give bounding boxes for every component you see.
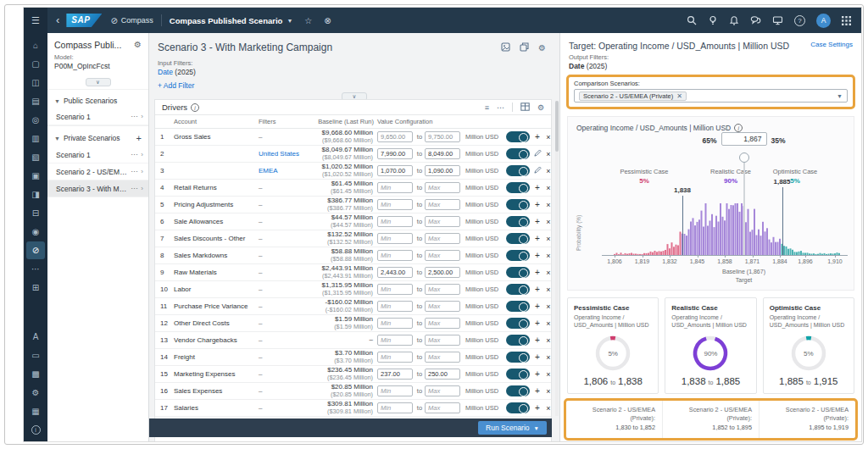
driver-enabled-toggle[interactable] (506, 216, 530, 227)
rail-item-applications-icon[interactable]: ◫ (26, 74, 45, 91)
driver-enabled-toggle[interactable] (506, 369, 530, 380)
remove-driver-icon[interactable]: × (543, 319, 552, 328)
driver-enabled-toggle[interactable] (506, 182, 530, 193)
scenario-list-item[interactable]: Scenario 3 - With Ma...⋯› (47, 180, 148, 197)
help-icon[interactable]: ? (794, 15, 805, 26)
driver-enabled-toggle[interactable] (506, 250, 530, 261)
driver-max-input[interactable] (425, 233, 460, 244)
remove-driver-icon[interactable]: × (543, 235, 552, 243)
rail-item-keyboard-icon[interactable]: ▦ (26, 402, 45, 420)
remove-driver-icon[interactable]: × (543, 167, 552, 175)
remove-driver-icon[interactable]: × (543, 387, 552, 396)
rail-item-analytics-icon[interactable]: ◨ (26, 186, 45, 203)
add-icon[interactable]: + (531, 200, 543, 209)
remove-driver-icon[interactable]: × (543, 336, 552, 345)
driver-min-input[interactable] (377, 352, 413, 363)
avatar[interactable]: A (816, 14, 831, 28)
driver-max-input[interactable] (425, 301, 460, 312)
chevron-down-icon[interactable]: ▼ (837, 93, 843, 99)
present-icon[interactable] (772, 15, 783, 25)
driver-max-input[interactable] (425, 216, 460, 227)
driver-min-input[interactable] (377, 233, 413, 244)
rail-item-stories-icon[interactable]: ▤ (26, 92, 45, 110)
remove-driver-icon[interactable]: × (543, 133, 552, 141)
remove-driver-icon[interactable]: × (543, 285, 552, 294)
driver-min-input[interactable] (377, 284, 413, 295)
driver-enabled-toggle[interactable] (506, 267, 530, 278)
driver-enabled-toggle[interactable] (506, 402, 530, 413)
driver-max-input[interactable] (425, 165, 460, 176)
driver-max-input[interactable] (425, 199, 460, 210)
rail-item-more-icon[interactable]: ⋯ (26, 260, 45, 278)
info-icon[interactable]: i (191, 103, 199, 112)
back-icon[interactable]: ‹ (47, 14, 66, 28)
open-document-title[interactable]: Compass Published Scenario (170, 16, 283, 25)
driver-min-input[interactable] (377, 199, 413, 210)
panel-settings-gear-icon[interactable]: ⚙ (134, 40, 142, 49)
rail-item-settings-icon[interactable]: ⚙ (26, 384, 45, 402)
info-icon[interactable]: i (734, 124, 743, 132)
rail-item-calendar-icon[interactable]: ⊞ (26, 279, 45, 297)
discussions-icon[interactable] (750, 15, 761, 25)
input-filter-date[interactable]: Date (2025) (149, 67, 559, 76)
target-value-input[interactable]: 1,867 (721, 132, 767, 146)
target-slider-handle[interactable] (739, 152, 749, 163)
add-icon[interactable]: + (531, 335, 543, 345)
driver-max-input[interactable] (425, 284, 460, 295)
hierarchy-icon[interactable]: ≡ (485, 103, 489, 112)
driver-max-input[interactable] (425, 148, 460, 159)
filter-name[interactable]: Date (158, 68, 173, 76)
overflow-icon[interactable]: ⋯ (497, 103, 504, 112)
remove-driver-icon[interactable]: × (543, 404, 552, 413)
driver-min-input[interactable] (377, 385, 413, 396)
driver-filter[interactable]: EMEA (259, 167, 304, 175)
overflow-icon[interactable]: ⋯ (131, 113, 137, 120)
remove-driver-icon[interactable]: × (543, 218, 552, 226)
rail-item-connections-icon[interactable]: ⊟ (26, 204, 45, 222)
rail-item-info-icon[interactable]: i (26, 421, 45, 439)
driver-enabled-toggle[interactable] (506, 233, 530, 244)
add-icon[interactable]: + (531, 217, 543, 226)
apps-icon[interactable] (842, 16, 851, 25)
public-scenarios-header[interactable]: ▼ Public Scenarios (47, 89, 148, 108)
driver-enabled-toggle[interactable] (506, 301, 530, 312)
rail-item-predictive-icon[interactable]: ▣ (26, 167, 45, 185)
rail-item-home-icon[interactable]: ⌂ (26, 36, 45, 54)
add-icon[interactable]: + (531, 352, 543, 362)
driver-max-input[interactable] (425, 182, 460, 193)
overflow-icon[interactable]: ⋯ (131, 185, 137, 192)
menu-icon[interactable]: ☰ (24, 8, 47, 33)
close-document-icon[interactable]: ⊗ (324, 16, 331, 25)
add-icon[interactable]: + (531, 386, 543, 396)
comparison-token[interactable]: Scenario 2 - US/EMEA (Private) ✕ (579, 91, 687, 101)
export-icon[interactable] (501, 42, 510, 53)
scrollbar[interactable] (555, 101, 559, 416)
add-icon[interactable]: + (531, 183, 543, 192)
driver-enabled-toggle[interactable] (506, 148, 530, 159)
token-remove-icon[interactable]: ✕ (676, 92, 682, 100)
driver-enabled-toggle[interactable] (506, 352, 530, 363)
private-scenarios-header[interactable]: ▼ Private Scenarios + (47, 125, 148, 147)
add-icon[interactable]: + (531, 251, 543, 260)
remove-driver-icon[interactable]: × (543, 252, 552, 260)
add-icon[interactable]: + (531, 403, 543, 413)
rail-item-modeler-icon[interactable]: ▥ (26, 130, 45, 147)
driver-min-input[interactable] (377, 148, 413, 159)
chevron-right-icon[interactable]: › (141, 151, 143, 158)
scenario-list-item[interactable]: Scenario 2 - US/EMEA⋯› (47, 164, 148, 180)
rail-item-datasets-icon[interactable]: ◎ (26, 111, 45, 129)
scenario-list-item[interactable]: Scenario 1⋯› (47, 147, 148, 164)
driver-enabled-toggle[interactable] (506, 199, 530, 210)
run-scenario-button[interactable]: Run Scenario▼ (478, 421, 547, 435)
overflow-icon[interactable]: ⋯ (131, 168, 137, 175)
document-dropdown-icon[interactable]: ▼ (287, 18, 292, 24)
add-icon[interactable]: + (531, 234, 543, 243)
driver-min-input[interactable] (377, 335, 413, 346)
driver-enabled-toggle[interactable] (506, 385, 530, 396)
comparison-scenarios-select[interactable]: Scenario 2 - US/EMEA (Private) ✕ ▼ (574, 89, 848, 103)
add-icon[interactable]: + (531, 132, 543, 141)
driver-min-input[interactable] (377, 301, 413, 312)
driver-min-input[interactable] (377, 402, 413, 413)
remove-driver-icon[interactable]: × (543, 184, 552, 192)
add-icon[interactable]: + (531, 302, 543, 311)
